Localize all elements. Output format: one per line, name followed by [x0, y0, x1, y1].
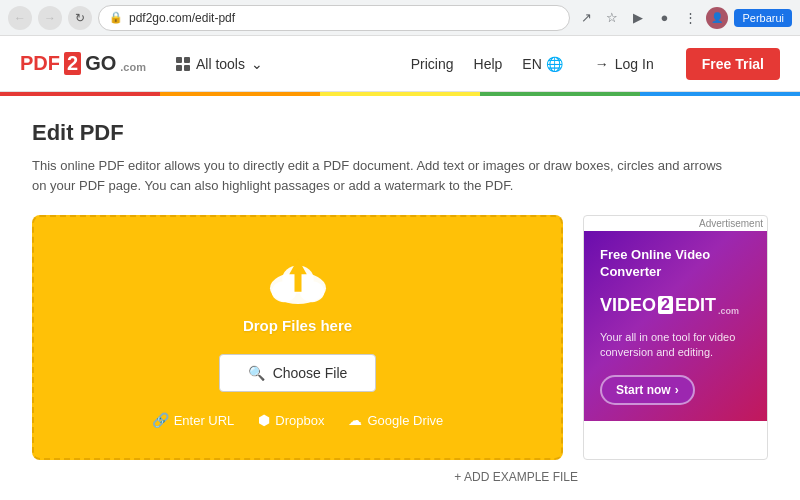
- logo-2: 2: [64, 52, 81, 75]
- lock-icon: 🔒: [109, 11, 123, 24]
- ad-logo-edit: EDIT: [675, 295, 716, 316]
- upload-dropzone[interactable]: Drop Files here 🔍 Choose File 🔗 Enter UR…: [32, 215, 563, 460]
- drop-files-text: Drop Files here: [243, 317, 352, 334]
- ad-content: Free Online Video Converter VIDEO 2 EDIT…: [584, 231, 767, 421]
- upload-cloud-icon: [263, 247, 333, 317]
- enter-url-option[interactable]: 🔗 Enter URL: [152, 412, 235, 428]
- login-button[interactable]: → Log In: [583, 50, 666, 78]
- ad-logo: VIDEO 2 EDIT .com: [600, 295, 751, 316]
- logo: PDF2GO.com: [20, 52, 146, 75]
- choose-file-button[interactable]: 🔍 Choose File: [219, 354, 377, 392]
- address-bar[interactable]: 🔒 pdf2go.com/edit-pdf: [98, 5, 570, 31]
- free-trial-button[interactable]: Free Trial: [686, 48, 780, 80]
- ad-logo-2: 2: [658, 296, 673, 314]
- menu-icon[interactable]: ⋮: [680, 8, 700, 28]
- ad-cta-label: Start now: [616, 383, 671, 397]
- dropbox-icon: ⬢: [258, 412, 270, 428]
- ad-cta-button[interactable]: Start now ›: [600, 375, 695, 405]
- ad-title: Free Online Video Converter: [600, 247, 751, 281]
- forward-button[interactable]: →: [38, 6, 62, 30]
- login-label: Log In: [615, 56, 654, 72]
- ad-label: Advertisement: [584, 216, 767, 231]
- dropbox-label: Dropbox: [275, 413, 324, 428]
- header-nav: Pricing Help EN 🌐 → Log In Free Trial: [411, 48, 780, 80]
- upload-options: 🔗 Enter URL ⬢ Dropbox ☁ Google Drive: [152, 412, 444, 428]
- content-area: Drop Files here 🔍 Choose File 🔗 Enter UR…: [32, 215, 768, 460]
- ad-logo-video: VIDEO: [600, 295, 656, 316]
- dropbox-option[interactable]: ⬢ Dropbox: [258, 412, 324, 428]
- extensions-icon[interactable]: ▶: [628, 8, 648, 28]
- google-drive-option[interactable]: ☁ Google Drive: [348, 412, 443, 428]
- logo-go: GO: [85, 52, 116, 75]
- grid-icon: [176, 57, 190, 71]
- back-button[interactable]: ←: [8, 6, 32, 30]
- add-example-label: + ADD EXAMPLE FILE: [454, 470, 578, 484]
- reload-button[interactable]: ↻: [68, 6, 92, 30]
- google-drive-label: Google Drive: [367, 413, 443, 428]
- ad-logo-com: .com: [718, 306, 739, 316]
- bookmark-icon[interactable]: ☆: [602, 8, 622, 28]
- profile-icon[interactable]: ●: [654, 8, 674, 28]
- login-icon: →: [595, 56, 609, 72]
- enter-url-label: Enter URL: [174, 413, 235, 428]
- pricing-link[interactable]: Pricing: [411, 56, 454, 72]
- browser-chrome: ← → ↻ 🔒 pdf2go.com/edit-pdf ↗ ☆ ▶ ● ⋮ 👤 …: [0, 0, 800, 36]
- advertisement: Advertisement Free Online Video Converte…: [583, 215, 768, 460]
- site-header: PDF2GO.com All tools ⌄ Pricing Help EN 🌐…: [0, 36, 800, 92]
- logo-pdf: PDF: [20, 52, 60, 75]
- drive-icon: ☁: [348, 412, 362, 428]
- avatar[interactable]: 👤: [706, 7, 728, 29]
- language-selector[interactable]: EN 🌐: [522, 56, 562, 72]
- share-icon[interactable]: ↗: [576, 8, 596, 28]
- search-icon: 🔍: [248, 365, 265, 381]
- all-tools-button[interactable]: All tools ⌄: [166, 50, 273, 78]
- update-button[interactable]: Perbarui: [734, 9, 792, 27]
- help-link[interactable]: Help: [474, 56, 503, 72]
- page-description: This online PDF editor allows you to dir…: [32, 156, 732, 195]
- lang-label: EN: [522, 56, 541, 72]
- browser-actions: ↗ ☆ ▶ ● ⋮ 👤 Perbarui: [576, 7, 792, 29]
- url-text: pdf2go.com/edit-pdf: [129, 11, 235, 25]
- globe-icon: 🌐: [546, 56, 563, 72]
- choose-file-label: Choose File: [273, 365, 348, 381]
- ad-cta-arrow: ›: [675, 383, 679, 397]
- link-icon: 🔗: [152, 412, 169, 428]
- add-example-file[interactable]: + ADD EXAMPLE FILE: [32, 470, 768, 484]
- page-title: Edit PDF: [32, 120, 768, 146]
- all-tools-label: All tools: [196, 56, 245, 72]
- ad-description: Your all in one tool for video conversio…: [600, 330, 751, 361]
- logo-com: .com: [120, 61, 146, 73]
- chevron-down-icon: ⌄: [251, 56, 263, 72]
- main-content: Edit PDF This online PDF editor allows y…: [0, 96, 800, 500]
